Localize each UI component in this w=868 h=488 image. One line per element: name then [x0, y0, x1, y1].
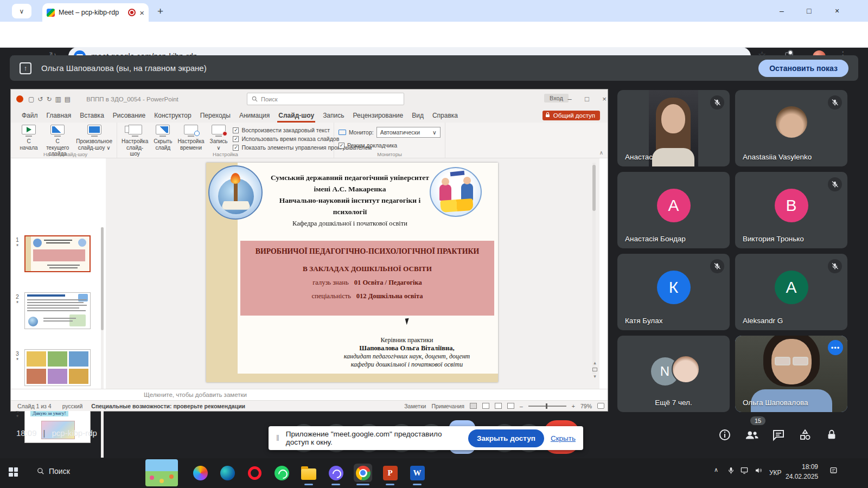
slide-thumbnail-3[interactable]	[24, 349, 91, 386]
menu-home[interactable]: Главная	[42, 109, 76, 122]
collapse-ribbon-icon[interactable]: ∧	[599, 150, 603, 156]
taskbar-search[interactable]: Поиск	[30, 464, 76, 478]
participant-tile[interactable]: А Анастасія Бондар	[617, 172, 730, 248]
menu-draw[interactable]: Рисование	[108, 109, 150, 122]
start-button[interactable]	[9, 467, 18, 477]
fit-to-window-icon[interactable]	[597, 403, 604, 409]
from-beginning-button[interactable]: С начала	[18, 125, 39, 151]
record-button[interactable]: Запись∨	[210, 125, 228, 151]
participant-name: Anastasiia Vasylenko	[743, 153, 812, 161]
participant-tile[interactable]: В Виктория Тронько	[735, 172, 847, 248]
custom-slideshow-button[interactable]: Произвольное слайд-шоу ∨	[76, 125, 112, 151]
tray-volume-icon[interactable]	[754, 466, 763, 477]
widgets-weather-thumbnail[interactable]	[145, 459, 178, 486]
slide-thumbnail-2[interactable]	[24, 292, 91, 329]
menu-file[interactable]: Файл	[17, 109, 42, 122]
quick-access-toolbar[interactable]: ▢↺↻▥▤	[28, 95, 74, 103]
notes-toggle[interactable]: Заметки	[404, 403, 426, 409]
stop-presenting-button[interactable]: Остановить показ	[758, 60, 848, 77]
chrome-taskbar-icon[interactable]	[354, 464, 372, 482]
participant-letter-avatar: A	[775, 271, 808, 304]
participant-tile[interactable]: Anastasiia Vasylenko	[735, 90, 847, 166]
window-minimize-button[interactable]: –	[780, 0, 784, 22]
window-maximize-button[interactable]: □	[807, 0, 811, 22]
chat-icon[interactable]	[771, 427, 786, 442]
slide-nav-arrows[interactable]: ▴▾	[592, 360, 597, 379]
viber-taskbar-icon[interactable]	[327, 464, 345, 482]
host-controls-lock-icon[interactable]	[824, 427, 839, 442]
opera-taskbar-icon[interactable]	[245, 464, 264, 482]
ppt-search-box[interactable]: Поиск	[247, 93, 404, 105]
setup-monitor-icon	[128, 125, 142, 134]
copilot-taskbar-icon[interactable]	[191, 464, 209, 482]
rehearse-timings-button[interactable]: Настройка времени	[177, 125, 204, 151]
menu-slideshow[interactable]: Слайд-шоу	[274, 109, 318, 122]
monitor-dropdown[interactable]: Автоматически∨	[376, 127, 441, 138]
ppt-menu-bar: Файл Главная Вставка Рисование Конструкт…	[11, 108, 608, 123]
whatsapp-taskbar-icon[interactable]	[272, 464, 291, 482]
menu-view[interactable]: Вид	[407, 109, 428, 122]
running-indicator	[413, 484, 422, 485]
tray-language-indicator[interactable]: УКР	[769, 469, 782, 477]
word-taskbar-icon[interactable]: W	[408, 464, 426, 482]
ppt-close-button[interactable]: ×	[596, 89, 612, 108]
new-tab-button[interactable]: +	[157, 5, 163, 17]
tray-clock[interactable]: 18:09 24.02.2025	[786, 462, 818, 481]
notes-pane[interactable]: Щелкните, чтобы добавить заметки	[11, 389, 608, 400]
zoom-out-icon[interactable]: –	[520, 403, 523, 409]
slide-canvas[interactable]: Сумський державний педагогічний універси…	[206, 163, 498, 382]
drag-handle-icon[interactable]: ‖	[276, 434, 279, 442]
powerpoint-taskbar-icon[interactable]: P	[381, 464, 399, 482]
menu-animations[interactable]: Анимация	[235, 109, 274, 122]
slide-bottom-band	[206, 374, 498, 382]
presenter-view-checkbox[interactable]: ✓Режим докладчика	[339, 142, 441, 149]
notification-center-icon[interactable]	[829, 466, 838, 477]
slide-sorter-view-icon[interactable]	[482, 403, 489, 409]
slide-scrollbar[interactable]	[592, 163, 596, 374]
participant-tile[interactable]: К Катя Булах	[617, 254, 730, 330]
menu-record[interactable]: Запись	[318, 109, 348, 122]
overflow-participants-tile[interactable]: N Ещё 7 чел.	[617, 336, 730, 412]
activities-icon[interactable]	[797, 427, 813, 442]
menu-design[interactable]: Конструктор	[150, 109, 195, 122]
comments-toggle[interactable]: Примечания	[431, 403, 464, 409]
zoom-slider[interactable]	[528, 406, 566, 407]
participants-grid: Анастасія Гуськова Anastasiia Vasylenko …	[617, 90, 847, 412]
close-access-button[interactable]: Закрыть доступ	[468, 429, 544, 447]
language-indicator[interactable]: русский	[62, 403, 83, 409]
tray-display-icon[interactable]	[740, 466, 749, 477]
participant-tile[interactable]: Анастасія Гуськова	[617, 90, 730, 166]
tray-mic-icon[interactable]	[727, 466, 735, 477]
normal-view-icon[interactable]	[470, 403, 477, 409]
tile-options-icon[interactable]: •••	[828, 340, 843, 355]
tab-search-chevron-icon[interactable]: ∨	[12, 4, 31, 18]
tray-hidden-icons-chevron[interactable]: ∧	[714, 466, 718, 473]
hide-slide-button[interactable]: Скрыть слайд	[154, 125, 172, 151]
accessibility-status[interactable]: Специальные возможности: проверьте реком…	[91, 403, 245, 409]
menu-transitions[interactable]: Переходы	[196, 109, 235, 122]
window-close-button[interactable]: ×	[835, 0, 839, 22]
overflow-photo-avatar	[672, 355, 700, 383]
ppt-restore-button[interactable]: □	[579, 89, 595, 108]
panel-scrollbar[interactable]	[101, 227, 104, 458]
file-explorer-taskbar-icon[interactable]	[299, 464, 318, 482]
menu-insert[interactable]: Вставка	[75, 109, 108, 122]
menu-help[interactable]: Справка	[428, 109, 462, 122]
reading-view-icon[interactable]	[495, 403, 502, 409]
mic-off-icon	[828, 259, 842, 273]
slide-thumbnail-1[interactable]	[24, 235, 91, 272]
hide-notification-link[interactable]: Скрыть	[551, 434, 576, 442]
edge-taskbar-icon[interactable]	[218, 464, 237, 482]
ppt-minimize-button[interactable]: –	[561, 89, 578, 108]
slideshow-view-icon[interactable]	[507, 403, 514, 409]
tab-close-icon[interactable]: ×	[139, 9, 144, 17]
zoom-in-icon[interactable]: +	[572, 403, 575, 409]
ppt-share-button[interactable]: Общий доступ	[542, 111, 600, 120]
meeting-info-icon[interactable]	[717, 427, 732, 442]
browser-tab[interactable]: Meet – pcp-kibp-rdp ×	[42, 3, 149, 22]
self-participant-tile[interactable]: ••• Ольга Шаповалова	[735, 336, 847, 412]
participant-tile[interactable]: A Aleksandr G	[735, 254, 847, 330]
zoom-level[interactable]: 79%	[580, 403, 592, 409]
menu-review[interactable]: Рецензирование	[349, 109, 408, 122]
people-icon[interactable]	[744, 427, 760, 442]
